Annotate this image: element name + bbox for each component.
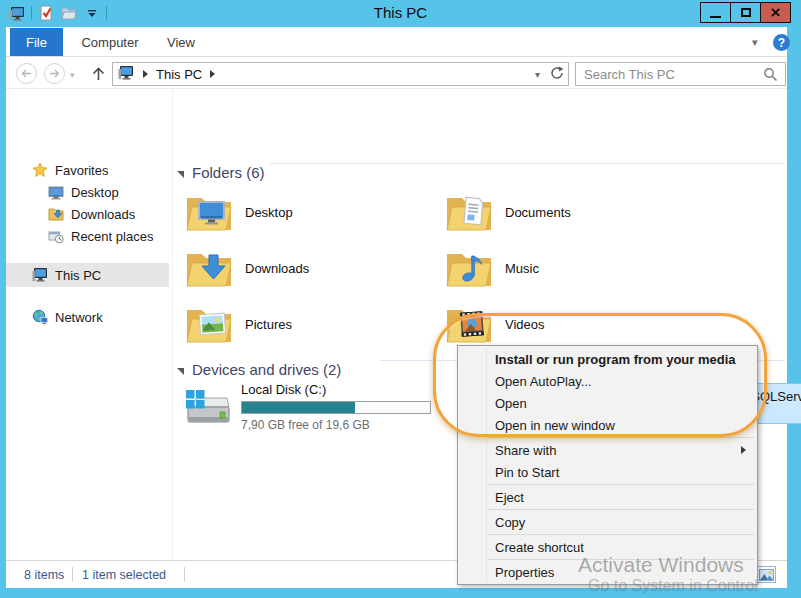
menu-item-pin-to-start[interactable]: Pin to Start: [459, 461, 756, 483]
recent-places-icon: [48, 228, 64, 244]
folder-tile-desktop[interactable]: Desktop: [183, 186, 433, 238]
folder-tile-downloads[interactable]: Downloads: [183, 242, 433, 294]
maximize-button[interactable]: [730, 2, 761, 23]
search-icon[interactable]: [763, 67, 778, 85]
desktop-monitor-icon: [48, 184, 64, 200]
local-disk-icon: [183, 385, 231, 430]
sidebar-item-network[interactable]: Network: [6, 306, 169, 328]
menu-item-open-new-window[interactable]: Open in new window: [459, 414, 756, 436]
client-area: File Computer View ▾ ? ▾ This PC: [6, 27, 787, 588]
menu-item-share-with[interactable]: Share with: [459, 439, 756, 461]
disk-usage-bar: [241, 401, 431, 414]
folder-tile-label: Desktop: [245, 205, 293, 220]
pictures-folder-icon: [185, 302, 233, 346]
menu-item-label: Open AutoPlay...: [495, 374, 592, 389]
collapse-triangle-icon[interactable]: [177, 368, 184, 375]
menu-item-properties[interactable]: Properties: [459, 561, 756, 583]
disk-usage-fill: [242, 402, 355, 413]
this-pc-crumb-icon: [118, 65, 135, 83]
sidebar-item-label: Desktop: [71, 185, 119, 200]
desktop-folder-icon: [185, 190, 233, 234]
drive-name: Local Disk (C:): [241, 382, 326, 397]
folder-tile-pictures[interactable]: Pictures: [183, 298, 433, 350]
folder-tile-label: Documents: [505, 205, 571, 220]
sidebar-item-label: Network: [55, 310, 103, 325]
tab-file[interactable]: File: [10, 28, 63, 56]
search-box: [575, 62, 786, 86]
back-button[interactable]: [16, 63, 37, 84]
minimize-icon: [710, 16, 721, 18]
folder-tile-label: Music: [505, 261, 539, 276]
navigation-pane: Favorites Desktop Downloads Recent place…: [6, 89, 169, 560]
titlebar: This PC ×: [0, 0, 801, 27]
sidebar-item-recent-places[interactable]: Recent places: [6, 225, 169, 247]
menu-item-label: Open: [495, 396, 527, 411]
refresh-icon[interactable]: [550, 66, 564, 83]
sidebar-item-favorites[interactable]: Favorites: [6, 159, 169, 181]
explorer-window: This PC × File Computer View ▾ ? ▾: [0, 0, 801, 598]
sidebar-item-desktop[interactable]: Desktop: [6, 181, 169, 203]
menu-item-copy[interactable]: Copy: [459, 511, 756, 533]
folder-tile-label: Videos: [505, 317, 545, 332]
menu-item-label: Copy: [495, 515, 525, 530]
drive-tile-local-disk[interactable]: Local Disk (C:) 7,90 GB free of 19,6 GB: [183, 382, 437, 434]
sidebar-item-label: Recent places: [71, 229, 153, 244]
breadcrumb-arrow-icon[interactable]: [143, 70, 148, 78]
sidebar-item-label: This PC: [55, 268, 101, 283]
group-heading: Folders (6): [192, 164, 265, 181]
status-selection: 1 item selected: [82, 568, 166, 582]
collapse-triangle-icon[interactable]: [177, 171, 184, 178]
context-menu: Install or run program from your media O…: [457, 345, 758, 585]
group-header-folders[interactable]: Folders (6): [177, 163, 265, 181]
up-button[interactable]: [88, 63, 108, 84]
address-bar[interactable]: This PC ▾: [112, 62, 569, 86]
this-pc-computer-icon: [32, 267, 48, 283]
documents-folder-icon: [445, 190, 493, 234]
window-title: This PC: [0, 4, 801, 21]
videos-folder-icon: [445, 302, 493, 346]
menu-item-open[interactable]: Open: [459, 392, 756, 414]
downloads-folder-icon: [48, 206, 64, 222]
thumbnail-view-button[interactable]: [756, 566, 776, 583]
sidebar-item-this-pc[interactable]: This PC: [6, 263, 169, 287]
menu-item-create-shortcut[interactable]: Create shortcut: [459, 536, 756, 558]
menu-item-label: Open in new window: [495, 418, 615, 433]
close-icon: ×: [771, 4, 781, 21]
folder-tile-label: Pictures: [245, 317, 292, 332]
close-button[interactable]: ×: [760, 2, 791, 23]
forward-button[interactable]: [44, 63, 65, 84]
search-input[interactable]: [584, 65, 754, 83]
menu-item-open-autoplay[interactable]: Open AutoPlay...: [459, 370, 756, 392]
menu-item-label: Share with: [495, 443, 556, 458]
address-bar-buttons: ▾: [535, 63, 564, 85]
help-button[interactable]: ?: [773, 34, 790, 51]
expand-ribbon-chevron-icon[interactable]: ▾: [752, 36, 758, 49]
menu-item-eject[interactable]: Eject: [459, 486, 756, 508]
window-controls: ×: [701, 2, 791, 23]
folder-tile-music[interactable]: Music: [443, 242, 693, 294]
group-header-line: [270, 163, 785, 164]
group-header-devices[interactable]: Devices and drives (2): [177, 360, 341, 378]
recent-locations-chevron-icon[interactable]: ▾: [70, 70, 75, 80]
tab-computer[interactable]: Computer: [68, 28, 152, 56]
music-folder-icon: [445, 246, 493, 290]
downloads-folder-large-icon: [185, 246, 233, 290]
menu-separator: [488, 534, 754, 535]
folder-tile-videos[interactable]: Videos: [443, 298, 693, 350]
menu-separator: [488, 509, 754, 510]
menu-item-install-or-run[interactable]: Install or run program from your media: [459, 348, 756, 370]
sidebar-item-downloads[interactable]: Downloads: [6, 203, 169, 225]
maximize-icon: [741, 8, 751, 17]
tab-view[interactable]: View: [152, 28, 210, 56]
menu-item-label: Properties: [495, 565, 554, 580]
minimize-button[interactable]: [700, 2, 731, 23]
previous-locations-chevron-icon[interactable]: ▾: [535, 69, 540, 80]
folder-tile-documents[interactable]: Documents: [443, 186, 693, 238]
menu-item-label: Install or run program from your media: [495, 352, 736, 367]
breadcrumb-arrow-icon[interactable]: [210, 70, 215, 78]
favorites-star-icon: [32, 162, 48, 178]
disk-free-text: 7,90 GB free of 19,6 GB: [241, 418, 370, 432]
status-separator: [184, 567, 185, 582]
breadcrumb-this-pc[interactable]: This PC: [156, 67, 202, 82]
menu-item-label: Eject: [495, 490, 524, 505]
